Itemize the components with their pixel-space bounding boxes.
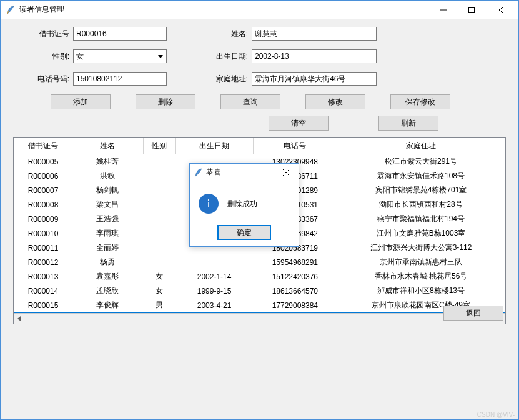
- table-cell: 17729008384: [253, 298, 337, 312]
- table-cell: R000009: [14, 212, 72, 226]
- table-cell: 李雨琪: [72, 226, 144, 241]
- table-cell: 男: [143, 298, 175, 312]
- delete-button[interactable]: 删除: [136, 94, 195, 109]
- address-label: 家庭地址:: [210, 74, 248, 84]
- clear-button[interactable]: 清空: [269, 116, 329, 131]
- table-cell: 姚桂芳: [72, 154, 144, 169]
- card-no-label: 借书证号: [19, 29, 69, 39]
- card-no-input[interactable]: [73, 27, 167, 41]
- table-header[interactable]: 性别: [143, 138, 175, 154]
- app-icon: [6, 5, 16, 15]
- main-window: 读者信息管理 借书证号 姓名: 性别:: [0, 0, 519, 420]
- table-cell: R000014: [14, 284, 72, 298]
- table-row[interactable]: R000012杨勇15954968291京州市承南镇新惠村三队: [14, 255, 505, 269]
- birth-label: 出生日期:: [210, 51, 248, 62]
- svg-rect-1: [468, 7, 474, 12]
- table-cell: [143, 198, 175, 212]
- add-button[interactable]: 添加: [51, 94, 111, 109]
- table-cell: 杨勇: [72, 255, 144, 269]
- table-cell: R000005: [14, 154, 72, 169]
- info-dialog: 恭喜 i 删除成功 确定: [189, 163, 299, 247]
- phone-input[interactable]: [73, 72, 167, 86]
- table-cell: [175, 255, 253, 269]
- window-title: 读者信息管理: [19, 4, 429, 15]
- table-header[interactable]: 出生日期: [175, 138, 253, 154]
- birth-input[interactable]: [252, 49, 377, 63]
- table-cell: 霖海市永安镇佳禾路108号: [337, 169, 505, 183]
- query-button[interactable]: 查询: [220, 94, 280, 109]
- dialog-footer: 确定: [190, 219, 299, 246]
- table-cell: R000013: [14, 269, 72, 284]
- address-input[interactable]: [252, 72, 377, 86]
- modify-button[interactable]: 修改: [305, 94, 365, 109]
- table-cell: R000010: [14, 226, 72, 241]
- table-cell: 松江市紫云大街291号: [337, 154, 505, 169]
- window-controls: [429, 1, 513, 19]
- table-cell: R000007: [14, 183, 72, 198]
- table-cell: 2003-4-21: [175, 298, 253, 312]
- table-cell: [143, 241, 175, 255]
- table-cell: 香林市水木春城·桃花居56号: [337, 269, 505, 284]
- titlebar: 读者信息管理: [1, 1, 518, 19]
- table-cell: 李俊辉: [72, 298, 144, 312]
- table-cell: R000008: [14, 198, 72, 212]
- table-cell: 15954968291: [253, 255, 337, 269]
- gender-combobox[interactable]: [73, 49, 167, 63]
- table-cell: 女: [143, 269, 175, 284]
- dialog-titlebar: 恭喜: [190, 164, 299, 181]
- phone-label: 电话号码:: [19, 74, 69, 84]
- table-cell: [143, 212, 175, 226]
- table-cell: 江州市文庭雅苑B栋1003室: [337, 226, 505, 241]
- name-input[interactable]: [252, 27, 377, 41]
- table-cell: 女: [143, 284, 175, 298]
- table-cell: 京州市承南镇新惠村三队: [337, 255, 505, 269]
- table-cell: [143, 154, 175, 169]
- table-cell: R000006: [14, 169, 72, 183]
- minimize-button[interactable]: [429, 1, 457, 19]
- refresh-button[interactable]: 刷新: [378, 116, 438, 131]
- gender-label: 性别:: [19, 51, 69, 62]
- scroll-thumb[interactable]: [24, 314, 495, 324]
- table-cell: R000011: [14, 241, 72, 255]
- table-cell: R000012: [14, 255, 72, 269]
- table-cell: 渤阳市长西镇西和村28号: [337, 198, 505, 212]
- table-cell: [143, 226, 175, 241]
- table-row[interactable]: R000014孟晓欣女1999-9-1518613664570泸威市祥和小区8栋…: [14, 284, 505, 298]
- maximize-button[interactable]: [457, 1, 485, 19]
- close-button[interactable]: [485, 1, 513, 19]
- table-cell: 2002-1-14: [175, 269, 253, 284]
- table-cell: 江州市源兴大街博大公寓3-112: [337, 241, 505, 255]
- dialog-ok-button[interactable]: 确定: [217, 225, 271, 240]
- table-cell: 梁文昌: [72, 198, 144, 212]
- table-cell: 孟晓欣: [72, 284, 144, 298]
- table-header[interactable]: 姓名: [72, 138, 144, 154]
- table-cell: 全丽婷: [72, 241, 144, 255]
- table-cell: 王浩强: [72, 212, 144, 226]
- name-label: 姓名:: [210, 29, 248, 39]
- table-cell: [143, 255, 175, 269]
- table-cell: 1999-9-15: [175, 284, 253, 298]
- table-cell: R000015: [14, 298, 72, 312]
- scroll-left-button[interactable]: [14, 314, 24, 324]
- table-header[interactable]: 家庭住址: [337, 138, 505, 154]
- back-button[interactable]: 返回: [443, 306, 503, 321]
- dialog-body: i 删除成功: [190, 181, 299, 219]
- table-row[interactable]: R000015李俊辉男2003-4-2117729008384京州市康欣花园南区…: [14, 298, 505, 312]
- table-cell: 18613664570: [253, 284, 337, 298]
- svg-marker-4: [17, 316, 21, 321]
- dialog-app-icon: [194, 168, 204, 178]
- table-header[interactable]: 借书证号: [14, 138, 72, 154]
- dialog-close-button[interactable]: [277, 165, 295, 180]
- table-header[interactable]: 电话号: [253, 138, 337, 154]
- table-cell: [143, 169, 175, 183]
- table-cell: 泸威市祥和小区8栋楼13号: [337, 284, 505, 298]
- table-cell: 洪敏: [72, 169, 144, 183]
- table-cell: 袁嘉彤: [72, 269, 144, 284]
- table-row[interactable]: R000013袁嘉彤女2002-1-1415122420376香林市水木春城·桃…: [14, 269, 505, 284]
- table-cell: [143, 183, 175, 198]
- dialog-title: 恭喜: [206, 167, 277, 178]
- horizontal-scrollbar[interactable]: [14, 313, 505, 324]
- table-cell: 宾阳市锦绣景苑4栋楼701室: [337, 183, 505, 198]
- dialog-message: 删除成功: [227, 199, 257, 209]
- save-modify-button[interactable]: 保存修改: [390, 94, 450, 109]
